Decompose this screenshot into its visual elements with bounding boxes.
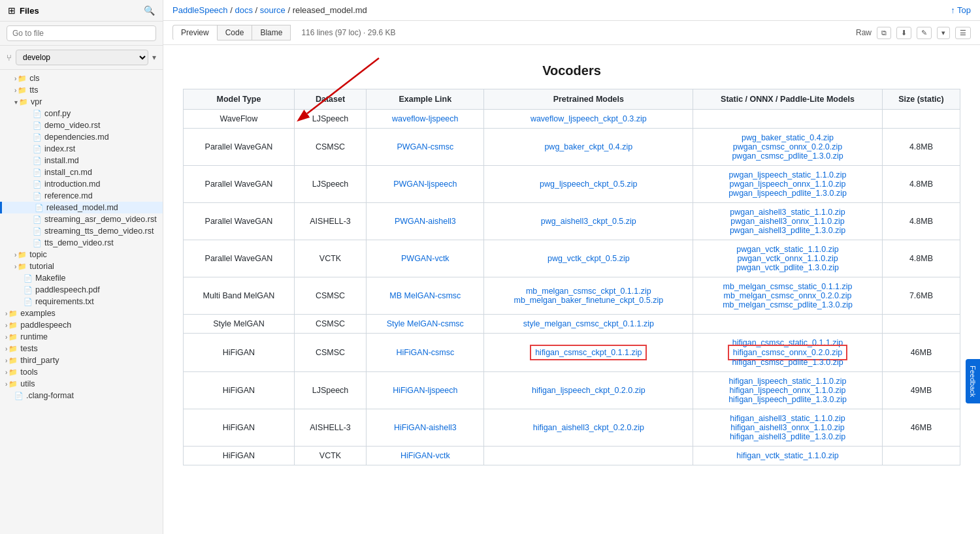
static-model-link[interactable]: pwgan_vctk_onnx_1.1.0.zip (737, 254, 838, 263)
static-model-link[interactable]: pwgan_vctk_static_1.1.0.zip (736, 245, 838, 254)
tree-item-index.rst[interactable]: 📄index.rst (0, 143, 163, 155)
static-model-link[interactable]: pwgan_aishell3_onnx_1.1.0.zip (730, 217, 844, 226)
tab-preview[interactable]: Preview (172, 25, 218, 40)
cell-example-link[interactable]: PWGAN-vctk (367, 240, 484, 277)
feedback-button[interactable]: Feedback (966, 359, 980, 403)
tree-item-conf.py[interactable]: 📄conf.py (0, 108, 163, 119)
pretrained-link[interactable]: style_melgan_csmsc_ckpt_0.1.1.zip (523, 319, 654, 328)
pretrained-link[interactable]: pwg_baker_ckpt_0.4.zip (544, 142, 632, 151)
cell-example-link[interactable]: HiFiGAN-ljspeech (367, 372, 484, 409)
tree-item-tutorial[interactable]: ›📁tutorial (0, 260, 163, 272)
tree-item-paddlespeech.pdf[interactable]: 📄paddlespeech.pdf (0, 284, 163, 296)
tree-item-utils[interactable]: ›📁utils (0, 378, 163, 390)
more-button[interactable]: ▾ (937, 27, 950, 39)
static-model-link[interactable]: hifigan_aishell3_static_1.1.0.zip (730, 414, 845, 423)
static-model-link[interactable]: pwgan_csmsc_onnx_0.2.0.zip (733, 142, 842, 151)
branch-select[interactable]: develop (16, 50, 148, 65)
static-model-link[interactable]: mb_melgan_csmsc_onnx_0.2.0.zip (724, 291, 852, 300)
cell-example-link[interactable]: PWGAN-aishell3 (367, 203, 484, 240)
example-link-anchor[interactable]: PWGAN-aishell3 (395, 217, 456, 226)
tree-item-third_party[interactable]: ›📁third_party (0, 354, 163, 366)
tree-item-released_model.md[interactable]: 📄released_model.md (0, 202, 163, 213)
static-model-link[interactable]: pwgan_ljspeech_onnx_1.1.0.zip (730, 180, 846, 189)
tree-item-.clang-format[interactable]: 📄.clang-format (0, 390, 163, 401)
example-link-anchor[interactable]: MB MelGAN-csmsc (389, 291, 461, 300)
tree-item-runtime[interactable]: ›📁runtime (0, 331, 163, 343)
pretrained-link[interactable]: hifigan_csmsc_ckpt_0.1.1.zip (532, 347, 644, 358)
static-model-link[interactable]: hifigan_csmsc_pdlite_1.3.0.zip (732, 358, 843, 367)
pretrained-link[interactable]: hifigan_ljspeech_ckpt_0.2.0.zip (532, 386, 645, 395)
tree-item-topic[interactable]: ›📁topic (0, 249, 163, 260)
static-model-link[interactable]: hifigan_ljspeech_static_1.1.0.zip (729, 377, 847, 386)
pretrained-link[interactable]: pwg_vctk_ckpt_0.5.zip (547, 254, 630, 263)
static-model-link[interactable]: pwgan_ljspeech_static_1.1.0.zip (729, 170, 847, 180)
static-model-link[interactable]: hifigan_aishell3_onnx_1.1.0.zip (730, 423, 844, 432)
tree-item-install.md[interactable]: 📄install.md (0, 155, 163, 166)
example-link-anchor[interactable]: PWGAN-ljspeech (393, 180, 457, 189)
pretrained-link[interactable]: pwg_aishell3_ckpt_0.5.zip (541, 217, 636, 226)
tree-item-cls[interactable]: ›📁cls (0, 72, 163, 84)
tree-item-dependencies.md[interactable]: 📄dependencies.md (0, 131, 163, 143)
tree-item-streaming_tts_demo_video.rst[interactable]: 📄streaming_tts_demo_video.rst (0, 225, 163, 237)
pretrained-link[interactable]: waveflow_ljspeech_ckpt_0.3.zip (531, 114, 647, 123)
example-link-anchor[interactable]: PWGAN-vctk (401, 254, 449, 263)
static-model-link[interactable]: hifigan_csmsc_onnx_0.2.0.zip (730, 347, 845, 358)
tree-item-streaming_asr_demo_video.rst[interactable]: 📄streaming_asr_demo_video.rst (0, 213, 163, 225)
static-model-link[interactable]: pwgan_aishell3_static_1.1.0.zip (730, 208, 845, 217)
static-model-link[interactable]: hifigan_ljspeech_pdlite_1.3.0.zip (728, 395, 847, 404)
example-link-anchor[interactable]: HiFiGAN-vctk (400, 451, 450, 460)
static-model-link[interactable]: mb_melgan_csmsc_static_0.1.1.zip (723, 282, 853, 291)
static-model-link[interactable]: pwg_baker_static_0.4.zip (742, 133, 834, 142)
cell-example-link[interactable]: HiFiGAN-vctk (367, 447, 484, 465)
tree-item-demo_video.rst[interactable]: 📄demo_video.rst (0, 119, 163, 131)
edit-button[interactable]: ✎ (917, 27, 932, 39)
tree-item-tts[interactable]: ›📁tts (0, 84, 163, 96)
cell-example-link[interactable]: Style MelGAN-csmsc (367, 315, 484, 334)
cell-example-link[interactable]: HiFiGAN-aishell3 (367, 409, 484, 447)
cell-example-link[interactable]: MB MelGAN-csmsc (367, 277, 484, 315)
sidebar-search-icon[interactable]: 🔍 (144, 5, 155, 16)
tree-item-reference.md[interactable]: 📄reference.md (0, 190, 163, 202)
static-model-link[interactable]: hifigan_vctk_static_1.1.0.zip (736, 451, 838, 460)
static-model-link[interactable]: mb_melgan_csmsc_pdlite_1.3.0.zip (723, 300, 853, 309)
cell-example-link[interactable]: PWGAN-csmsc (367, 129, 484, 166)
static-model-link[interactable]: hifigan_ljspeech_onnx_1.1.0.zip (730, 386, 846, 395)
tree-item-Makefile[interactable]: 📄Makefile (0, 272, 163, 284)
tree-item-vpr[interactable]: ▾📁vpr (0, 96, 163, 108)
search-input[interactable] (7, 25, 156, 41)
static-model-link[interactable]: pwgan_vctk_pdlite_1.3.0.zip (736, 263, 839, 272)
example-link-anchor[interactable]: Style MelGAN-csmsc (387, 319, 464, 328)
tab-blame[interactable]: Blame (252, 25, 291, 40)
download-button[interactable]: ⬇ (896, 27, 911, 39)
example-link-anchor[interactable]: HiFiGAN-ljspeech (393, 386, 457, 395)
tree-item-paddlespeech[interactable]: ›📁paddlespeech (0, 319, 163, 331)
pretrained-link[interactable]: pwg_ljspeech_ckpt_0.5.zip (540, 180, 637, 189)
cell-example-link[interactable]: PWGAN-ljspeech (367, 166, 484, 203)
tree-item-requirements.txt[interactable]: 📄requirements.txt (0, 296, 163, 307)
example-link-anchor[interactable]: waveflow-ljspeech (392, 114, 458, 123)
static-model-link[interactable]: hifigan_csmsc_static_0.1.1.zip (732, 338, 843, 347)
static-model-link[interactable]: hifigan_aishell3_pdlite_1.3.0.zip (730, 432, 845, 441)
tree-item-tests[interactable]: ›📁tests (0, 343, 163, 354)
pretrained-link[interactable]: mb_melgan_csmsc_ckpt_0.1.1.zip (526, 287, 651, 296)
cell-example-link[interactable]: HiFiGAN-csmsc (367, 334, 484, 372)
tab-code[interactable]: Code (218, 25, 253, 40)
pretrained-link[interactable]: hifigan_aishell3_ckpt_0.2.0.zip (533, 423, 644, 432)
raw-button[interactable]: Raw (856, 28, 872, 37)
breadcrumb-source[interactable]: source (260, 5, 286, 15)
copy-button[interactable]: ⧉ (877, 27, 891, 39)
tree-item-examples[interactable]: ›📁examples (0, 307, 163, 319)
example-link-anchor[interactable]: HiFiGAN-csmsc (396, 348, 454, 357)
static-model-link[interactable]: pwgan_ljspeech_pdlite_1.3.0.zip (728, 189, 847, 198)
tree-item-tts_demo_video.rst[interactable]: 📄tts_demo_video.rst (0, 237, 163, 249)
static-model-link[interactable]: pwgan_aishell3_pdlite_1.3.0.zip (730, 226, 845, 235)
tree-item-tools[interactable]: ›📁tools (0, 366, 163, 378)
pretrained-link[interactable]: mb_melgan_baker_finetune_ckpt_0.5.zip (514, 296, 664, 305)
breadcrumb-docs[interactable]: docs (235, 5, 252, 15)
cell-example-link[interactable]: waveflow-ljspeech (367, 110, 484, 129)
static-model-link[interactable]: pwgan_csmsc_pdlite_1.3.0.zip (732, 151, 843, 161)
breadcrumb-paddlespeech[interactable]: PaddleSpeech (172, 5, 228, 15)
example-link-anchor[interactable]: HiFiGAN-aishell3 (394, 423, 457, 432)
example-link-anchor[interactable]: PWGAN-csmsc (397, 142, 453, 151)
top-link[interactable]: ↑ Top (951, 5, 971, 15)
